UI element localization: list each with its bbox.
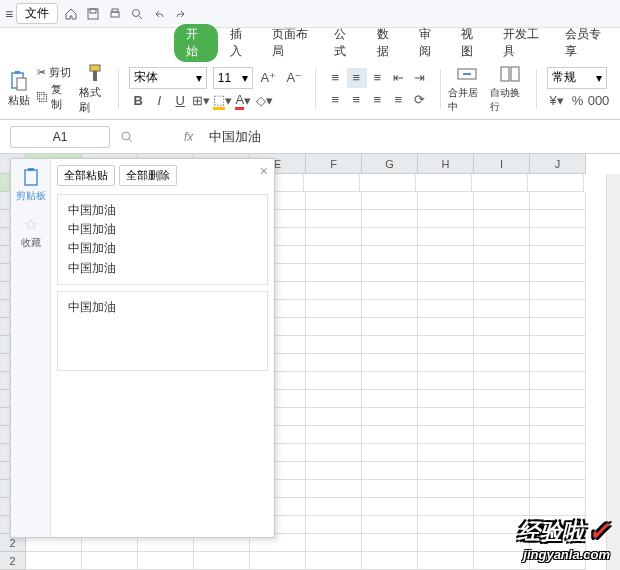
cell[interactable] xyxy=(306,372,362,390)
cell[interactable] xyxy=(306,318,362,336)
name-box[interactable]: A1 xyxy=(10,126,110,148)
cell[interactable] xyxy=(418,552,474,570)
cell[interactable] xyxy=(530,318,586,336)
cell[interactable] xyxy=(362,300,418,318)
cell[interactable] xyxy=(26,552,82,570)
cell[interactable] xyxy=(306,426,362,444)
paste-button[interactable]: 粘贴 xyxy=(8,70,30,108)
comma-button[interactable]: 000 xyxy=(589,91,609,111)
save-icon[interactable] xyxy=(85,6,101,22)
cell[interactable] xyxy=(474,390,530,408)
cell[interactable] xyxy=(306,480,362,498)
cell[interactable] xyxy=(194,552,250,570)
cell[interactable] xyxy=(362,534,418,552)
cell[interactable] xyxy=(362,426,418,444)
indent-decrease-button[interactable]: ⇤ xyxy=(389,68,409,88)
undo-icon[interactable] xyxy=(151,6,167,22)
cell[interactable] xyxy=(306,552,362,570)
increase-font-button[interactable]: A⁺ xyxy=(259,68,279,88)
align-top-button[interactable]: ≡ xyxy=(326,68,346,88)
cell[interactable] xyxy=(416,174,472,192)
tab-review[interactable]: 审阅 xyxy=(409,24,449,62)
cell[interactable] xyxy=(306,462,362,480)
cell[interactable] xyxy=(306,264,362,282)
cell[interactable] xyxy=(304,174,360,192)
cell[interactable] xyxy=(530,246,586,264)
cell[interactable] xyxy=(530,264,586,282)
row-header[interactable]: 2 xyxy=(0,552,26,570)
clipboard-item[interactable]: 中国加油 xyxy=(68,220,257,239)
cell[interactable] xyxy=(362,210,418,228)
cell[interactable] xyxy=(418,228,474,246)
cell[interactable] xyxy=(530,480,586,498)
sidebar-item-favorites[interactable]: ☆ 收藏 xyxy=(21,215,41,250)
underline-button[interactable]: U xyxy=(171,91,191,111)
fill-color-button[interactable]: ⬚▾ xyxy=(213,91,233,111)
border-button[interactable]: ⊞▾ xyxy=(192,91,212,111)
vertical-scrollbar[interactable] xyxy=(606,174,620,570)
cell[interactable] xyxy=(474,444,530,462)
cell[interactable] xyxy=(360,174,416,192)
cell[interactable] xyxy=(530,408,586,426)
cell[interactable] xyxy=(306,444,362,462)
cell[interactable] xyxy=(474,498,530,516)
tab-developer[interactable]: 开发工具 xyxy=(493,24,553,62)
redo-icon[interactable] xyxy=(173,6,189,22)
tab-member[interactable]: 会员专享 xyxy=(555,24,615,62)
cell[interactable] xyxy=(306,228,362,246)
cell[interactable] xyxy=(418,480,474,498)
cell[interactable] xyxy=(362,336,418,354)
cell[interactable] xyxy=(362,282,418,300)
cell[interactable] xyxy=(530,444,586,462)
cell[interactable] xyxy=(362,390,418,408)
column-header[interactable]: G xyxy=(362,154,418,174)
cell[interactable] xyxy=(530,426,586,444)
column-header[interactable]: H xyxy=(418,154,474,174)
tab-data[interactable]: 数据 xyxy=(367,24,407,62)
cell[interactable] xyxy=(362,372,418,390)
bold-button[interactable]: B xyxy=(129,91,149,111)
cell[interactable] xyxy=(418,210,474,228)
align-bottom-button[interactable]: ≡ xyxy=(368,68,388,88)
cell[interactable] xyxy=(306,336,362,354)
cell[interactable] xyxy=(418,282,474,300)
search-icon[interactable] xyxy=(120,130,134,144)
cell[interactable] xyxy=(306,192,362,210)
tab-page-layout[interactable]: 页面布局 xyxy=(262,24,322,62)
cell[interactable] xyxy=(250,552,306,570)
paste-all-button[interactable]: 全部粘贴 xyxy=(57,165,115,186)
cell[interactable] xyxy=(306,534,362,552)
cell[interactable] xyxy=(306,210,362,228)
home-icon[interactable] xyxy=(63,6,79,22)
cell[interactable] xyxy=(362,264,418,282)
preview-icon[interactable] xyxy=(129,6,145,22)
cell[interactable] xyxy=(418,192,474,210)
clipboard-item-group[interactable]: 中国加油 xyxy=(57,291,268,371)
wrap-text-button[interactable]: 自动换行 xyxy=(490,63,529,114)
cell[interactable] xyxy=(530,228,586,246)
cell[interactable] xyxy=(474,246,530,264)
fx-label[interactable]: fx xyxy=(184,130,193,144)
cell[interactable] xyxy=(530,498,586,516)
tab-view[interactable]: 视图 xyxy=(451,24,491,62)
align-middle-button[interactable]: ≡ xyxy=(347,68,367,88)
cell[interactable] xyxy=(474,354,530,372)
cell[interactable] xyxy=(530,462,586,480)
cell[interactable] xyxy=(474,210,530,228)
currency-button[interactable]: ¥▾ xyxy=(547,91,567,111)
cell[interactable] xyxy=(306,354,362,372)
orientation-button[interactable]: ⟳ xyxy=(410,90,430,110)
cell[interactable] xyxy=(362,192,418,210)
cell[interactable] xyxy=(362,408,418,426)
cell[interactable] xyxy=(418,534,474,552)
indent-increase-button[interactable]: ⇥ xyxy=(410,68,430,88)
tab-insert[interactable]: 插入 xyxy=(220,24,260,62)
clipboard-item[interactable]: 中国加油 xyxy=(68,239,257,258)
close-icon[interactable]: × xyxy=(260,163,268,179)
cell[interactable] xyxy=(418,336,474,354)
menu-icon[interactable]: ≡ xyxy=(5,6,13,22)
clipboard-item[interactable]: 中国加油 xyxy=(68,298,257,317)
column-header[interactable]: F xyxy=(306,154,362,174)
clipboard-item-group[interactable]: 中国加油 中国加油 中国加油 中国加油 xyxy=(57,194,268,285)
cell[interactable] xyxy=(362,246,418,264)
